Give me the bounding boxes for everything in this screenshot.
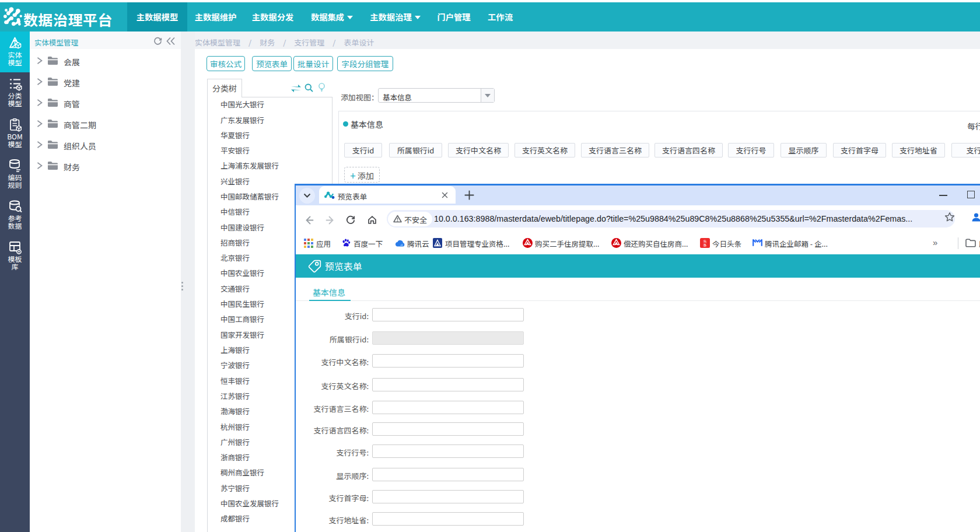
svg-text:条: 条 — [703, 243, 707, 248]
